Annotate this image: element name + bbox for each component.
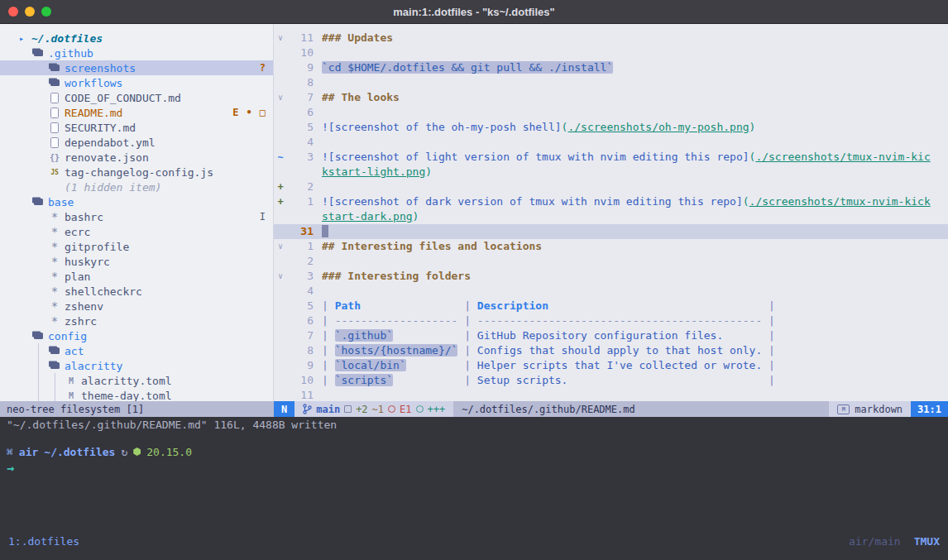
line-text: | ------------------- | ----------------… xyxy=(322,314,948,328)
tree-item-security-md[interactable]: SECURITY.md xyxy=(0,120,273,135)
editor-line[interactable]: 4 xyxy=(274,284,948,299)
line-text: ### Interesting folders xyxy=(322,269,948,284)
cursor-position: 31:1 xyxy=(911,401,948,417)
text-segment-link: kstart-light.png xyxy=(322,165,425,178)
editor-line[interactable]: 9| `local/bin` | Helper scripts that I'v… xyxy=(274,358,948,373)
git-status-segment: main +2 ~1 E1 +++ xyxy=(294,401,453,417)
tree-item-label: base xyxy=(48,196,74,208)
close-button[interactable] xyxy=(8,7,18,17)
editor-line[interactable]: 6 xyxy=(274,105,948,120)
tree-item-zshenv[interactable]: *zshenv xyxy=(0,299,273,314)
editor-line[interactable]: 11 xyxy=(274,388,948,401)
editor-line[interactable]: 8 xyxy=(274,75,948,90)
folder-icon xyxy=(48,60,61,75)
text-segment-txt: ![screenshot of light version of tmux wi… xyxy=(322,151,749,163)
tree-item-label: plan xyxy=(65,270,90,283)
tree-item-dotfiles[interactable]: ▸~/.dotfiles xyxy=(0,31,273,45)
tree-item-alacritty-toml[interactable]: Malacritty.toml xyxy=(0,373,273,388)
editor-line[interactable]: +2 xyxy=(274,179,948,194)
tree-item-zshrc[interactable]: *zshrc xyxy=(0,314,273,328)
line-number: 7 xyxy=(287,90,314,105)
gutter-space xyxy=(274,224,287,239)
shell-input-line[interactable]: → xyxy=(7,459,948,474)
editor-line[interactable]: 9`cd $HOME/.dotfiles && git pull && ./in… xyxy=(274,60,948,75)
gutter-space xyxy=(274,299,287,314)
tmux-pane-shell[interactable]: ⌘ air ~/.dotfiles ↻ 20.15.0 → xyxy=(0,433,948,532)
line-text xyxy=(322,224,948,239)
tree-item-huskyrc[interactable]: *huskyrc xyxy=(0,254,273,269)
tree-item-label: screenshots xyxy=(65,62,136,74)
tree-item-label: bashrc xyxy=(65,211,103,223)
tree-item-renovate-json[interactable]: {}renovate.json xyxy=(0,150,273,165)
editor-line[interactable]: 8| `hosts/{hostname}/` | Configs that sh… xyxy=(274,343,948,358)
editor-line[interactable]: start-dark.png) xyxy=(274,209,948,224)
editor-line[interactable]: ∨1## Interesting files and locations xyxy=(274,239,948,254)
asterisk-icon: * xyxy=(48,254,61,269)
text-segment-sp xyxy=(762,344,768,357)
tree-item-config[interactable]: config xyxy=(0,328,273,343)
editor-line[interactable]: 5![screenshot of the oh-my-posh shell](.… xyxy=(274,120,948,135)
tree-item-act[interactable]: act xyxy=(0,343,273,358)
editor-line[interactable]: 10| `scripts` | Setup scripts. | xyxy=(274,373,948,388)
tree-item-shellcheckrc[interactable]: *shellcheckrc xyxy=(0,284,273,299)
text-segment-txt: GitHub Repository configuration files. xyxy=(477,329,723,342)
line-text xyxy=(322,388,948,401)
tree-item-plan[interactable]: *plan xyxy=(0,269,273,284)
editor-line[interactable]: 5| Path | Description | xyxy=(274,299,948,314)
gutter-space xyxy=(274,314,287,328)
line-number: 8 xyxy=(287,343,314,358)
editor-line[interactable]: 6| ------------------- | ---------------… xyxy=(274,314,948,328)
text-segment-h2: ## Interesting files and locations xyxy=(322,240,542,252)
editor-line[interactable]: 2 xyxy=(274,254,948,269)
tree-item-dependabot-yml[interactable]: dependabot.yml xyxy=(0,135,273,150)
file-icon xyxy=(48,135,61,150)
minimize-button[interactable] xyxy=(25,7,35,17)
tree-item-label: zshrc xyxy=(65,315,97,328)
mode-indicator: N xyxy=(274,401,294,417)
text-segment-pipe: | xyxy=(768,359,775,371)
tree-item-bashrc[interactable]: *bashrcI xyxy=(0,209,273,224)
text-segment-pipe: | xyxy=(322,329,335,342)
braces-icon: {} xyxy=(48,150,61,165)
tree-item-readme-md[interactable]: README.mdE•□ xyxy=(0,105,273,120)
editor-line[interactable]: kstart-light.png) xyxy=(274,165,948,179)
tree-item-theme-day-toml[interactable]: Mtheme-day.toml xyxy=(0,388,273,401)
tmux-window-tab[interactable]: 1:.dotfiles xyxy=(8,535,79,548)
editor-line[interactable]: 31 xyxy=(274,224,948,239)
tree-item-code-of-conduct-md[interactable]: CODE_OF_CONDUCT.md xyxy=(0,90,273,105)
tree-item-alacritty[interactable]: alacritty xyxy=(0,358,273,373)
editor-line[interactable]: ∨11### Updates xyxy=(274,31,948,45)
text-segment-code: `hosts/{hostname}/` xyxy=(335,344,458,357)
line-number: 6 xyxy=(287,314,314,328)
tree-item-1-hidden-item[interactable]: (1 hidden item) xyxy=(0,179,273,194)
tree-item-ecrc[interactable]: *ecrc xyxy=(0,224,273,239)
tree-item-label: workflows xyxy=(65,77,122,89)
editor-line[interactable]: 10 xyxy=(274,45,948,60)
editor-line[interactable]: ~3![screenshot of light version of tmux … xyxy=(274,150,948,165)
line-text xyxy=(322,45,948,60)
tree-item-screenshots[interactable]: screenshots? xyxy=(0,60,273,75)
editor-line[interactable]: 7| `.github` | GitHub Repository configu… xyxy=(274,328,948,343)
text-segment-sp xyxy=(548,299,768,312)
prompt-path: ~/.dotfiles xyxy=(44,446,115,458)
line-text: | `.github` | GitHub Repository configur… xyxy=(322,328,948,343)
tree-item-github[interactable]: .github xyxy=(0,45,273,60)
tree-item-base[interactable]: base xyxy=(0,194,273,209)
text-segment-pipe: | xyxy=(768,329,775,342)
tree-item-tag-changelog-config-js[interactable]: JStag-changelog-config.js xyxy=(0,165,273,179)
editor-line[interactable]: +1![screenshot of dark version of tmux w… xyxy=(274,194,948,209)
js-icon: JS xyxy=(48,165,61,179)
text-segment-pipe: | xyxy=(322,344,335,357)
tree-item-workflows[interactable]: workflows xyxy=(0,75,273,90)
editor-line[interactable]: ∨7## The looks xyxy=(274,90,948,105)
sync-icon: ↻ xyxy=(121,446,127,458)
zoom-button[interactable] xyxy=(41,7,51,17)
line-text xyxy=(322,75,948,90)
line-text xyxy=(322,105,948,120)
editor-line[interactable]: 4 xyxy=(274,135,948,150)
editor-lines[interactable]: ∨11### Updates109`cd $HOME/.dotfiles && … xyxy=(274,24,948,401)
tree-item-gitprofile[interactable]: *gitprofile xyxy=(0,239,273,254)
editor-line[interactable]: ∨3### Interesting folders xyxy=(274,269,948,284)
text-segment-pipe: | xyxy=(464,299,477,312)
tree-item-label: README.md xyxy=(65,107,122,119)
